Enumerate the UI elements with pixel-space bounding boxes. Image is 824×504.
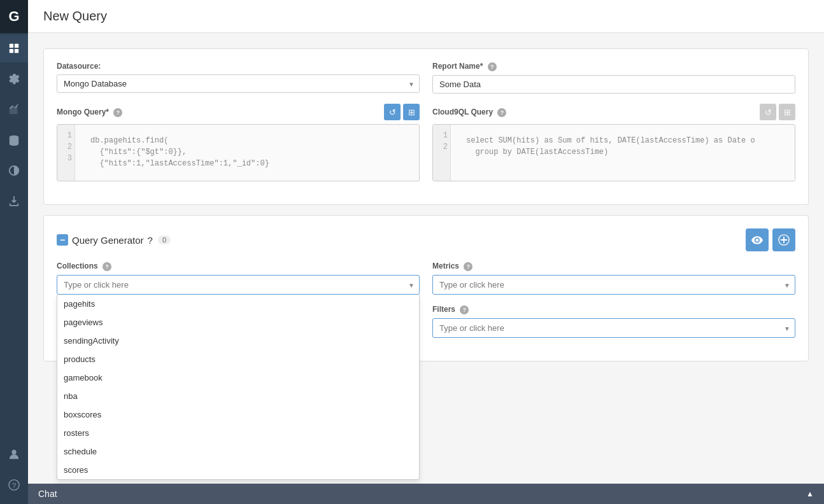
datasource-select-wrapper: Mongo Database — [57, 74, 420, 93]
chat-label: Chat — [38, 489, 57, 499]
query-generator-card: − Query Generator ? 0 — [43, 215, 809, 361]
chat-chevron-icon: ▲ — [806, 489, 814, 498]
filters-label: Filters ? — [432, 305, 795, 314]
page-header: New Query — [28, 0, 824, 33]
collections-dropdown: pagehits pageviews sendingActivity produ… — [57, 295, 420, 480]
sidebar: G ? — [0, 0, 28, 504]
section-header: − Query Generator ? 0 — [57, 228, 795, 251]
datasource-card: Datasource: Mongo Database Report Name* … — [43, 48, 809, 205]
sidebar-item-analytics[interactable] — [0, 157, 28, 185]
metrics-input[interactable] — [432, 275, 795, 295]
svg-rect-3 — [15, 49, 18, 53]
collections-select-wrapper — [57, 275, 420, 295]
page-title: New Query — [43, 9, 107, 24]
svg-rect-1 — [15, 44, 18, 48]
mongo-refresh-button[interactable]: ↺ — [384, 104, 401, 120]
svg-point-7 — [11, 450, 16, 454]
sidebar-item-help[interactable]: ? — [0, 471, 28, 499]
dropdown-item-gamebook[interactable]: gamebook — [57, 368, 419, 387]
mongo-expand-button[interactable]: ⊞ — [403, 104, 420, 120]
svg-rect-2 — [10, 49, 13, 53]
metrics-help-icon[interactable]: ? — [464, 262, 472, 271]
collections-input[interactable] — [57, 275, 420, 295]
datasource-group: Datasource: Mongo Database — [57, 62, 420, 94]
app-logo: G — [0, 0, 28, 33]
sidebar-item-download[interactable] — [0, 187, 28, 215]
mongo-query-content: db.pagehits.find( {"hits":{"$gt":0}}, {"… — [85, 130, 414, 174]
dropdown-item-products[interactable]: products — [57, 350, 419, 368]
cloud9ql-group: Cloud9QL Query ? ↺ ⊞ 12 select SUM(hits)… — [432, 104, 795, 181]
content-area: Datasource: Mongo Database Report Name* … — [28, 33, 824, 484]
query-generator-help-icon[interactable]: ? — [148, 235, 153, 246]
dropdown-item-rosters[interactable]: rosters — [57, 424, 419, 442]
metrics-label: Metrics ? — [432, 262, 795, 271]
dropdown-item-boxscores[interactable]: boxscores — [57, 405, 419, 424]
sidebar-item-user[interactable] — [0, 440, 28, 468]
cloud9ql-display[interactable]: 12 select SUM(hits) as Sum of hits, DATE… — [432, 124, 795, 181]
metrics-select-wrapper — [432, 275, 795, 295]
report-name-help-icon[interactable]: ? — [488, 62, 497, 71]
cloud9ql-refresh-button[interactable]: ↺ — [760, 104, 776, 120]
collections-metrics-row: Collections ? pagehits pageviews sending… — [57, 262, 795, 295]
mongo-query-label: Mongo Query* ? ↺ ⊞ — [57, 104, 420, 120]
dropdown-item-pageviews[interactable]: pageviews — [57, 313, 419, 332]
mongo-query-group: Mongo Query* ? ↺ ⊞ 123 db.pagehits.find(… — [57, 104, 420, 181]
report-name-label: Report Name* ? — [432, 62, 795, 71]
preview-button[interactable] — [746, 228, 769, 251]
section-actions — [746, 228, 795, 251]
mongo-query-display[interactable]: 123 db.pagehits.find( {"hits":{"$gt":0}}… — [57, 124, 420, 181]
cloud9ql-help-icon[interactable]: ? — [497, 108, 506, 117]
filters-select-wrapper — [432, 318, 795, 338]
add-button[interactable] — [772, 228, 795, 251]
sidebar-item-settings[interactable] — [0, 65, 28, 93]
query-generator-badge: 0 — [158, 235, 171, 244]
dropdown-item-schedule[interactable]: schedule — [57, 442, 419, 461]
metrics-group: Metrics ? — [432, 262, 795, 295]
sidebar-item-home[interactable] — [0, 34, 28, 62]
datasource-select[interactable]: Mongo Database — [57, 74, 420, 93]
cloud9ql-label: Cloud9QL Query ? ↺ ⊞ — [432, 104, 795, 120]
collections-help-icon[interactable]: ? — [103, 262, 111, 271]
dropdown-item-nba[interactable]: nba — [57, 387, 419, 405]
query-generator-title: Query Generator — [72, 235, 144, 246]
svg-rect-0 — [10, 44, 13, 48]
chat-bar[interactable]: Chat ▲ — [28, 484, 824, 504]
dropdown-item-pagehits[interactable]: pagehits — [57, 295, 419, 313]
collections-group: Collections ? pagehits pageviews sending… — [57, 262, 420, 295]
report-name-group: Report Name* ? — [432, 62, 795, 94]
main-content: New Query Datasource: Mongo Database Rep… — [28, 0, 824, 504]
svg-text:?: ? — [12, 481, 17, 489]
filters-group: Filters ? — [432, 305, 795, 338]
section-title: − Query Generator ? 0 — [57, 234, 171, 246]
report-name-input[interactable] — [432, 75, 795, 94]
filters-help-icon[interactable]: ? — [460, 305, 469, 314]
datasource-label: Datasource: — [57, 62, 420, 71]
mongo-query-help-icon[interactable]: ? — [113, 108, 122, 117]
sidebar-item-database[interactable] — [0, 126, 28, 154]
collections-label: Collections ? — [57, 262, 420, 271]
sidebar-item-chart[interactable] — [0, 95, 28, 123]
dropdown-item-sendingactivity[interactable]: sendingActivity — [57, 332, 419, 350]
cloud9ql-line-numbers: 12 — [433, 125, 451, 181]
filters-input[interactable] — [432, 318, 795, 338]
collapse-icon[interactable]: − — [57, 234, 68, 246]
dropdown-item-scores[interactable]: scores — [57, 461, 419, 479]
cloud9ql-content: select SUM(hits) as Sum of hits, DATE(la… — [461, 130, 790, 163]
mongo-line-numbers: 123 — [57, 125, 75, 181]
cloud9ql-expand-button[interactable]: ⊞ — [779, 104, 795, 120]
